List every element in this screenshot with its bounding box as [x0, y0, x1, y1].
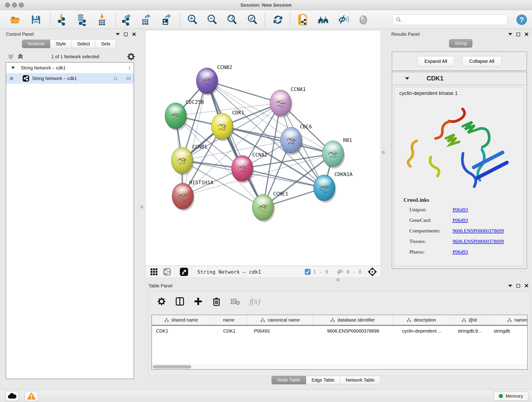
network-row-selected[interactable]: String Network – cdk1 11 48: [6, 73, 133, 84]
network-collection-row[interactable]: String Network – cdk1 1: [6, 63, 133, 73]
fit-selected-button[interactable]: [367, 267, 377, 277]
zoom-in-button[interactable]: [186, 13, 199, 26]
tab-edge-table[interactable]: Edge Table: [306, 376, 340, 384]
tree-expander-icon[interactable]: [11, 67, 15, 69]
splitter-handle[interactable]: [140, 205, 143, 209]
scrollbar-thumb[interactable]: [153, 365, 191, 369]
cell-description: cyclin-dependent ...: [393, 326, 450, 336]
column-header[interactable]: database identifier: [313, 315, 393, 325]
tab-string[interactable]: String: [449, 39, 472, 48]
tab-node-table[interactable]: Node Table: [272, 376, 306, 384]
export-image-button[interactable]: [160, 13, 172, 26]
refresh-icon: [272, 14, 284, 26]
float-panel-icon[interactable]: [516, 32, 520, 36]
gear-icon[interactable]: [127, 52, 135, 61]
column-header[interactable]: shared name: [152, 315, 210, 325]
checkbox-checked-icon: [304, 269, 311, 275]
network-canvas[interactable]: CCNB2CCNA1CDC25BCDK1CDC6RB1CCNB1CCNA2CDK…: [145, 30, 381, 266]
help-icon: ?: [516, 14, 528, 26]
zoom-out-icon: [206, 14, 218, 26]
save-session-button[interactable]: [30, 13, 42, 26]
collapse-all-button[interactable]: Collapse All: [462, 56, 501, 66]
open-view-in-window-button[interactable]: [180, 268, 188, 276]
table-panel-title: Table Panel: [148, 283, 172, 288]
crosslink-label: Compartments:: [409, 228, 452, 234]
network-label: String Network – cdk1: [32, 76, 77, 81]
column-header[interactable]: name: [210, 315, 247, 325]
network-share-toggle-button[interactable]: [163, 268, 171, 276]
crosslink-value[interactable]: 9606.ENSP00000378699: [452, 238, 504, 244]
control-panel-title: Control Panel: [6, 32, 34, 37]
network-edge[interactable]: [207, 81, 263, 207]
network-edge[interactable]: [242, 168, 324, 188]
close-panel-icon[interactable]: ✕: [132, 32, 136, 36]
close-window-button[interactable]: [5, 2, 10, 7]
minimize-window-button[interactable]: [12, 2, 17, 7]
crosslink-value[interactable]: P06493: [452, 249, 468, 255]
search-input[interactable]: [404, 15, 507, 24]
show-columns-icon[interactable]: [175, 297, 184, 306]
zoom-fit-button[interactable]: [226, 13, 238, 26]
warnings-button[interactable]: [25, 391, 38, 401]
column-header[interactable]: canonical name: [247, 315, 313, 325]
import-network-button[interactable]: [56, 13, 68, 26]
table-settings-gear-icon[interactable]: [157, 297, 166, 306]
gene-card-header[interactable]: CDK1: [392, 72, 526, 85]
column-header[interactable]: description: [393, 315, 450, 325]
delete-column-trash-icon[interactable]: [212, 297, 221, 306]
zoom-window-button[interactable]: [19, 2, 24, 7]
close-panel-icon[interactable]: ✕: [524, 32, 529, 36]
create-column-plus-icon[interactable]: [194, 297, 203, 306]
export-table-button[interactable]: [140, 13, 152, 26]
birdseye-grid-button[interactable]: [150, 268, 158, 276]
crosslink-value[interactable]: P06493: [452, 207, 468, 213]
panel-menu-icon[interactable]: [508, 285, 512, 287]
float-panel-icon[interactable]: [516, 284, 520, 288]
hide-unhide-button[interactable]: [337, 13, 350, 26]
memory-button[interactable]: Memory: [494, 391, 528, 401]
help-button[interactable]: ?: [515, 13, 528, 26]
import-network-from-database-button[interactable]: [75, 13, 88, 26]
table-tabs: Node Table Edge Table Network Table: [272, 376, 380, 384]
toolbar-separator: [191, 267, 192, 276]
tab-network[interactable]: Network: [22, 40, 50, 48]
hidden-elements-button[interactable]: [336, 268, 345, 276]
tab-style[interactable]: Style: [50, 40, 71, 48]
main-toolbar: ?: [0, 10, 532, 29]
panel-menu-icon[interactable]: [116, 33, 120, 36]
string-home-button[interactable]: [317, 13, 330, 26]
table-panel-header: Table Panel ✕: [148, 281, 532, 291]
close-panel-icon[interactable]: ✕: [524, 284, 529, 288]
expand-all-button[interactable]: Expand All: [418, 56, 454, 66]
collapse-all-chevron-icon[interactable]: [7, 53, 14, 60]
string-import-button[interactable]: [297, 13, 309, 26]
column-header[interactable]: @id: [450, 315, 488, 325]
crosslink-value[interactable]: P06493: [452, 217, 468, 223]
network-graph[interactable]: CCNB2CCNA1CDC25BCDK1CDC6RB1CCNB1CCNA2CDK…: [146, 31, 380, 266]
tab-network-table[interactable]: Network Table: [340, 376, 380, 384]
toolbar-separator: [290, 13, 291, 27]
horizontal-scrollbar[interactable]: [152, 364, 527, 369]
panel-menu-icon[interactable]: [508, 33, 512, 36]
search-field[interactable]: [393, 14, 507, 25]
export-network-button[interactable]: [120, 13, 133, 26]
column-header[interactable]: namespace: [488, 315, 528, 325]
table-row[interactable]: CDK1 CDK1 P06493 9606.ENSP00000378699 cy…: [152, 326, 528, 336]
network-edge[interactable]: [183, 81, 207, 196]
zoom-selected-button[interactable]: [246, 13, 259, 26]
selected-checkbox[interactable]: [304, 269, 311, 275]
tab-sets[interactable]: Sets: [95, 40, 116, 48]
show-graphics-details-button[interactable]: [357, 13, 370, 26]
eye-slash-icon: [337, 13, 350, 26]
apply-layout-button[interactable]: [272, 13, 284, 26]
tab-select[interactable]: Select: [72, 40, 96, 48]
zoom-out-button[interactable]: [206, 13, 218, 26]
crosslink-value[interactable]: 9606.ENSP00000378699: [452, 228, 504, 234]
import-table-button[interactable]: [96, 13, 108, 26]
collapse-gene-icon[interactable]: [405, 77, 409, 80]
float-panel-icon[interactable]: [124, 32, 128, 36]
splitter-handle[interactable]: [382, 151, 385, 154]
cloud-status-button[interactable]: [6, 391, 19, 401]
expand-all-chevron-icon[interactable]: [17, 53, 24, 60]
open-session-button[interactable]: [9, 13, 22, 26]
